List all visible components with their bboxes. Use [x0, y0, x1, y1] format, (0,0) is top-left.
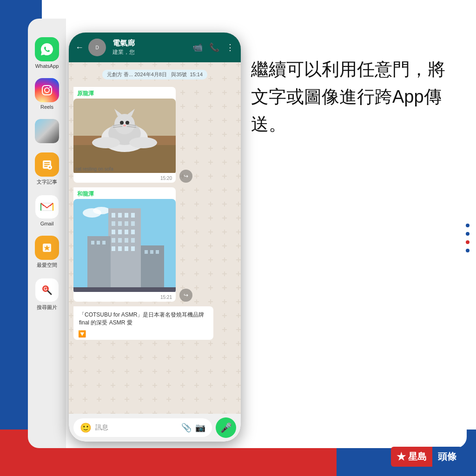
svg-point-14 — [92, 137, 120, 148]
search-label: 搜尋圖片 — [37, 304, 57, 311]
sidebar: WhatsApp Reels — [28, 19, 66, 448]
reels-label: Reels — [40, 104, 53, 110]
svg-point-29 — [93, 207, 110, 214]
svg-rect-49 — [125, 246, 128, 251]
svg-rect-46 — [131, 238, 135, 243]
svg-point-20 — [126, 121, 129, 125]
svg-rect-41 — [125, 230, 128, 234]
sidebar-item-whatsapp[interactable]: WhatsApp — [35, 37, 59, 69]
phone-mockup: ← D 電氣廊 建業，您 📹 📞 ⋮ — [69, 33, 241, 442]
svg-rect-59 — [73, 287, 176, 292]
svg-rect-34 — [131, 213, 135, 218]
svg-rect-37 — [125, 221, 128, 226]
card: WhatsApp Reels — [28, 19, 467, 448]
cat-image-container: cat resting on sofa — [73, 99, 176, 175]
sender-2: 和龍潭 — [73, 187, 176, 199]
svg-rect-32 — [118, 213, 122, 218]
logo-part2: 頭條 — [432, 447, 462, 467]
dot-2[interactable] — [466, 232, 469, 236]
svg-rect-31 — [112, 213, 115, 218]
whatsapp-chat: ← D 電氣廊 建業，您 📹 📞 ⋮ — [69, 33, 241, 442]
svg-rect-36 — [118, 221, 122, 226]
svg-point-15 — [129, 137, 157, 148]
svg-rect-42 — [131, 230, 135, 234]
svg-rect-47 — [112, 246, 115, 251]
sidebar-item-reels[interactable]: Reels — [35, 78, 59, 110]
message-row-cat: 原龍潭 — [73, 87, 236, 183]
bubble-building: 和龍潭 — [73, 187, 176, 302]
notes-label: 文字記事 — [37, 178, 57, 185]
whatsapp-icon-bg — [35, 37, 59, 61]
svg-rect-58 — [156, 250, 159, 254]
bubble-preview: 「COTSUBU for ASMR」是日本著名發燒耳機品牌 final 的深受 … — [73, 306, 213, 340]
logo: ★ 星島 頭條 — [391, 447, 462, 467]
svg-rect-35 — [112, 221, 115, 226]
svg-rect-33 — [125, 213, 128, 218]
contact-info: 電氣廊 建業，您 — [112, 39, 188, 56]
main-text-content: 繼續可以利用任意門，將文字或圖像進行跨App傳送。 — [251, 56, 448, 138]
svg-rect-48 — [118, 246, 122, 251]
favorites-icon-bg — [35, 236, 59, 260]
svg-text:G: G — [44, 286, 47, 291]
contact-avatar: D — [95, 45, 99, 50]
date-divider: 元創方 香... 2024年4月8日 與35號 15:14 — [102, 70, 207, 79]
more-options-icon[interactable]: ⋮ — [226, 42, 234, 53]
bubble-cat: 原龍潭 — [73, 87, 176, 183]
sidebar-item-search[interactable]: G 搜尋圖片 — [35, 278, 59, 311]
svg-rect-40 — [118, 230, 122, 234]
instagram-icon-bg — [35, 78, 59, 102]
svg-rect-44 — [118, 238, 122, 243]
dot-4[interactable] — [466, 249, 469, 252]
forward-button-2[interactable]: ↪ — [179, 289, 192, 302]
voice-message-button[interactable]: 🎤 — [216, 417, 236, 438]
pagination-dots — [466, 224, 469, 252]
dot-3-active[interactable] — [466, 240, 469, 244]
sidebar-item-favorites[interactable]: 最愛空間 — [35, 236, 59, 269]
emoji-button[interactable]: 🙂 — [80, 422, 92, 433]
sender-1: 原龍潭 — [73, 87, 176, 99]
svg-point-2 — [49, 86, 51, 88]
forward-button-1[interactable]: ↪ — [179, 170, 192, 183]
main-text: 繼續可以利用任意門，將文字或圖像進行跨App傳送。 — [251, 60, 445, 134]
building-image-container — [73, 199, 176, 294]
preview-text: 「COTSUBU for ASMR」是日本著名發燒耳機品牌 final 的深受 … — [75, 308, 212, 330]
photo-icon-bg — [35, 119, 59, 143]
contact-name: 電氣廊 — [112, 39, 188, 48]
svg-point-19 — [120, 121, 124, 125]
svg-rect-38 — [131, 221, 135, 226]
dot-1[interactable] — [466, 224, 469, 227]
back-button[interactable]: ← — [75, 43, 84, 53]
svg-point-16 — [114, 114, 135, 134]
chat-input-bar: 🙂 訊息 📎 📷 🎤 — [69, 414, 241, 442]
video-call-icon[interactable]: 📹 — [192, 42, 203, 53]
svg-rect-54 — [102, 241, 106, 245]
notes-icon-bg — [35, 152, 59, 177]
chat-header: ← D 電氣廊 建業，您 📹 📞 ⋮ — [69, 33, 241, 62]
sidebar-item-photo[interactable] — [35, 119, 59, 143]
voice-call-icon[interactable]: 📞 — [209, 42, 219, 53]
date-pill: 元創方 香... 2024年4月8日 與35號 15:14 — [102, 70, 207, 79]
sidebar-item-gmail[interactable]: Gmail — [35, 195, 59, 226]
camera-button[interactable]: 📷 — [195, 423, 205, 433]
svg-rect-53 — [97, 241, 100, 245]
svg-rect-52 — [91, 241, 94, 245]
svg-rect-45 — [125, 238, 128, 243]
svg-rect-56 — [145, 250, 148, 254]
svg-rect-39 — [112, 230, 115, 234]
attach-button[interactable]: 📎 — [181, 423, 192, 433]
page: WhatsApp Reels — [0, 0, 476, 476]
message-input[interactable]: 訊息 — [95, 423, 178, 432]
msg-time-2: 15:21 — [73, 294, 176, 302]
svg-rect-50 — [131, 246, 135, 251]
svg-line-7 — [48, 291, 51, 294]
header-icons: 📹 📞 ⋮ — [192, 42, 234, 53]
favorites-label: 最愛空間 — [37, 262, 57, 269]
message-row-preview: 「COTSUBU for ASMR」是日本著名發燒耳機品牌 final 的深受 … — [73, 306, 236, 340]
gmail-icon-bg — [35, 195, 59, 219]
sidebar-item-notes[interactable]: 文字記事 — [35, 152, 59, 185]
svg-point-21 — [123, 125, 126, 126]
logo-part1: ★ 星島 — [391, 447, 432, 467]
contact-status: 建業，您 — [112, 48, 188, 56]
message-row-building: 和龍潭 — [73, 187, 236, 302]
svg-rect-57 — [150, 250, 153, 254]
